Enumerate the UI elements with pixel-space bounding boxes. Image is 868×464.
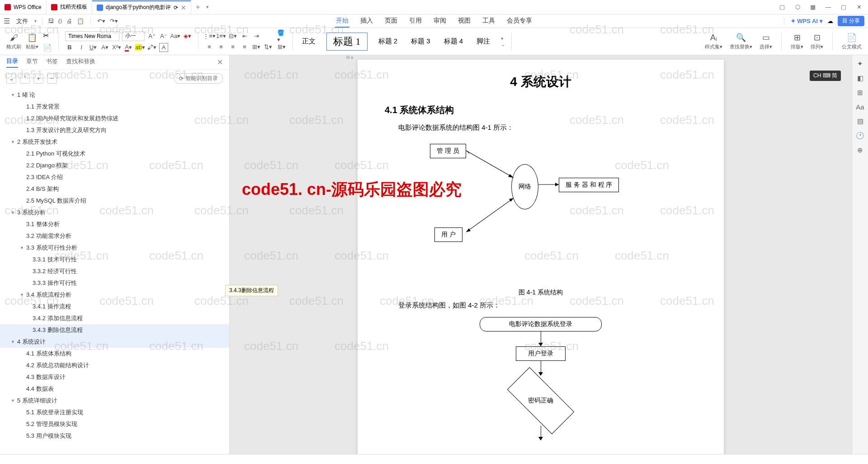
toc-item[interactable]: 3.2 功能需求分析 [0, 230, 229, 242]
add-tab-button[interactable]: + [191, 3, 204, 11]
tab-view[interactable]: 视图 [457, 15, 472, 28]
toc-item[interactable]: 3.3.3 操作可行性 [0, 277, 229, 289]
toc-item[interactable]: 4.1 系统体系结构 [0, 348, 229, 360]
select-button[interactable]: ▭选择▾ [760, 33, 772, 51]
toc-item[interactable]: 5.2 管理员模块实现 [0, 418, 229, 430]
close-button[interactable]: ✕ [854, 3, 863, 12]
refresh-icon[interactable]: ⟳ [174, 5, 178, 11]
toc-item[interactable]: ▼3.4 系统流程分析 [0, 289, 229, 301]
toc-item[interactable]: 1.1 开发背景 [0, 101, 229, 113]
official-mode-button[interactable]: 📄公文模式 [842, 33, 862, 51]
toc-item[interactable]: 2.5 MySQL 数据库介绍 [0, 195, 229, 207]
shading-icon[interactable]: 🖍▾ [147, 43, 156, 52]
tab-tools[interactable]: 工具 [481, 15, 496, 28]
font-select[interactable] [65, 31, 119, 41]
font-color-icon[interactable]: A▾ [124, 43, 133, 52]
number-list-icon[interactable]: 1≡▾ [217, 32, 226, 41]
sidebar-tab-find[interactable]: 查找和替换 [66, 57, 95, 67]
tab-reference[interactable]: 引用 [408, 15, 423, 28]
toc-item[interactable]: 1.3 开发设计的意义及研究方向 [0, 124, 229, 136]
toc-item[interactable]: 4.4 数据表 [0, 383, 229, 395]
sidebar-tab-bookmark[interactable]: 书签 [46, 57, 58, 67]
align-left-icon[interactable]: ≡ [205, 43, 214, 52]
toc-item[interactable]: 3.3.1 技术可行性 [0, 254, 229, 265]
border-icon[interactable]: ⊞▾ [277, 43, 286, 52]
fill-color-icon[interactable]: 🪣▾ [277, 32, 286, 41]
toc-item[interactable]: 4.2 系统总功能结构设计 [0, 360, 229, 371]
arrange-button[interactable]: ⊡排列▾ [811, 33, 823, 51]
save-icon[interactable]: 🖫 [48, 18, 54, 25]
decrease-indent-icon[interactable]: ⇤ [240, 32, 249, 41]
toc-item[interactable]: 2.1 Python 可视化技术 [0, 148, 229, 160]
document-area[interactable]: H ≡ 4 系统设计 4.1 系统体系结构 电影评论数据系统的结构图 4-1 所… [230, 55, 852, 454]
print-icon[interactable]: ⎙ [58, 18, 62, 25]
print-preview-icon[interactable]: 🖨 [66, 18, 72, 25]
tool-icon[interactable]: ⊕ [857, 146, 863, 154]
undo-icon[interactable]: ↶▾ [97, 18, 105, 25]
toc-item[interactable]: 5.3 用户模块实现 [0, 430, 229, 442]
bullet-list-icon[interactable]: ⋮≡▾ [205, 32, 214, 41]
toc-item[interactable]: 3.4.1 操作流程 [0, 301, 229, 312]
size-select[interactable] [122, 31, 145, 41]
cloud-icon[interactable]: ☁ [827, 18, 833, 24]
align-right-icon[interactable]: ≡ [228, 43, 237, 52]
italic-icon[interactable]: I [77, 43, 86, 52]
increase-font-icon[interactable]: A⁺ [147, 32, 156, 41]
clear-format-icon[interactable]: ◈▾ [183, 32, 192, 41]
maximize-button[interactable]: ▢ [839, 3, 848, 12]
sidebar-close-icon[interactable]: ✕ [217, 58, 223, 66]
tool-icon[interactable]: Aa [856, 103, 864, 111]
format-painter-button[interactable]: 🖌格式刷 [6, 33, 21, 50]
share-button[interactable]: ⛓ 分享 [838, 16, 864, 26]
minimize-button[interactable]: — [824, 3, 833, 12]
tool-icon[interactable]: 🕐 [856, 132, 864, 140]
file-menu[interactable]: 文件 [14, 17, 31, 25]
tab-member[interactable]: 会员专享 [506, 15, 533, 28]
export-icon[interactable]: 📋 [77, 18, 84, 25]
tool-icon[interactable]: ▤ [857, 117, 863, 125]
window-icon-1[interactable]: ▢ [778, 3, 787, 12]
style-more[interactable]: ▾⌄ [501, 36, 505, 47]
justify-icon[interactable]: ≡ [240, 43, 249, 52]
distribute-icon[interactable]: ⊞▾ [252, 43, 261, 52]
toc-item[interactable]: ▼4 系统设计 [0, 336, 229, 348]
strikethrough-icon[interactable]: A▾ [100, 43, 109, 52]
bold-icon[interactable]: B [65, 43, 74, 52]
toc-item[interactable]: 2.4 B/S 架构 [0, 183, 229, 195]
tab-wps-office[interactable]: WPS Office [0, 0, 47, 14]
tab-page[interactable]: 页面 [384, 15, 398, 28]
tab-docer[interactable]: 找稻壳模板 [47, 0, 92, 14]
toc-add-button[interactable]: + [33, 74, 43, 84]
toc-item[interactable]: 3.1 整体分析 [0, 218, 229, 230]
toc-item[interactable]: 1.2 国内外研究现状和发展趋势综述 [0, 113, 229, 124]
tab-dropdown[interactable]: ▾ [206, 4, 209, 10]
redo-icon[interactable]: ↷▾ [110, 18, 118, 25]
toc-up-button[interactable]: ˄ [20, 74, 30, 84]
decrease-font-icon[interactable]: A⁻ [159, 32, 168, 41]
cut-icon[interactable]: ✂ [43, 31, 52, 40]
paste-button[interactable]: 📋粘贴▾ [26, 33, 38, 50]
tool-icon[interactable]: ◧ [857, 74, 863, 82]
auto-toc-button[interactable]: ⟳ 智能识别目录 [174, 73, 223, 84]
toc-item[interactable]: ▼3 系统分析 [0, 207, 229, 218]
styleset-button[interactable]: Aᵢ样式集▾ [705, 33, 722, 51]
style-heading3[interactable]: 标题 3 [408, 35, 433, 47]
window-icon-2[interactable]: ⬡ [793, 3, 802, 12]
line-spacing-icon[interactable]: ⇅▾ [264, 43, 273, 52]
highlight-icon[interactable]: ab▾ [136, 43, 145, 52]
toc-item[interactable]: ▼2 系统开发技术 [0, 136, 229, 148]
tab-start[interactable]: 开始 [335, 15, 349, 28]
toc-collapse-button[interactable]: ⌄ [6, 74, 16, 84]
sort-button[interactable]: ⊞排版▾ [791, 33, 803, 51]
tool-icon[interactable]: ⊞ [857, 89, 863, 97]
sidebar-tab-toc[interactable]: 目录 [6, 57, 18, 68]
toc-item[interactable]: 2.2 Django 框架 [0, 160, 229, 171]
change-case-icon[interactable]: Aa▾ [171, 32, 180, 41]
align-center-icon[interactable]: ≡ [217, 43, 226, 52]
tab-document[interactable]: django基于python的电影评⟳✕ [92, 0, 191, 14]
toc-item[interactable]: ▼5 系统详细设计 [0, 395, 229, 407]
hamburger-icon[interactable]: ☰ [4, 17, 10, 25]
increase-indent-icon[interactable]: ⇥ [252, 32, 261, 41]
wps-ai-button[interactable]: ✦ WPS AI ▾ [791, 18, 823, 24]
find-replace-button[interactable]: 🔍查找替换▾ [730, 33, 752, 51]
